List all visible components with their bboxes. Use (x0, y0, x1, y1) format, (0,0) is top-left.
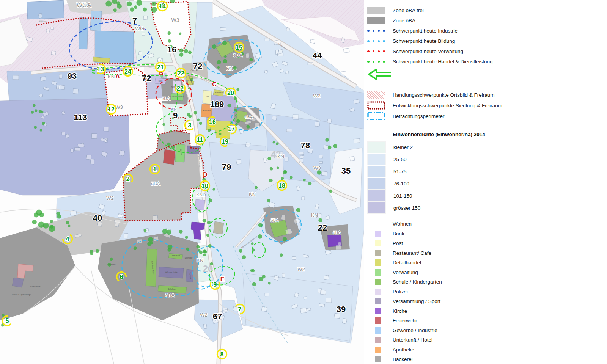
density-number: 78 (301, 141, 310, 150)
letter-marker: C (212, 81, 217, 88)
legend-label: Betrachtungsperimeter (393, 113, 445, 119)
density-number: 113 (74, 113, 87, 122)
faint-number: 20 (203, 264, 213, 274)
legend-facilities: BankPostRestaurant/ CafeDetailhandelVerw… (364, 229, 607, 364)
legend-facility-row: Verwaltung (364, 268, 607, 278)
density-number: 67 (213, 312, 222, 321)
facility-swatch (375, 240, 381, 246)
legend-density-row: kleiner 2 (364, 141, 607, 153)
legend-label: grösser 150 (393, 205, 420, 211)
legend-facility-row: Bank (364, 229, 607, 239)
marker-number: 7 (238, 306, 242, 312)
legend-arrow-row (364, 67, 607, 83)
building-name: Gemeindekanzlei (170, 96, 184, 98)
legend-label: Schule / Kindergarten (393, 279, 442, 285)
building-name: Schulhaus (172, 255, 180, 257)
zone-code: KND (196, 192, 206, 198)
zone-code: KN (277, 154, 284, 159)
facility-swatch (375, 337, 381, 343)
legend-label: 25-50 (393, 157, 407, 162)
building-name: Käsiladen (215, 92, 223, 94)
legend-facility-row: Polizei (364, 287, 607, 297)
facility-header: Wohnen (393, 221, 412, 227)
legend-label: Gewerbe / Industrie (393, 328, 437, 333)
legend-facility-row: Versammlung / Sport (364, 297, 607, 306)
legend-label: Zone öBA (393, 18, 415, 24)
marker-number: 13 (97, 66, 104, 72)
legend-facility-row: Bäckerei (364, 355, 607, 364)
planning-map: 716937272113189944787935402267392043WGAW… (0, 0, 364, 364)
legend-label: Schwerpunkt heute Verwaltung (393, 49, 463, 54)
legend-label: Feuerwehr (393, 318, 417, 323)
density-number: 79 (222, 162, 231, 172)
zone-code: W2 (313, 93, 321, 99)
facility-swatch (375, 259, 381, 266)
legend-outline-row: Entwicklungsschwerpunkte Siedlung & Frei… (364, 100, 607, 111)
zone-code: öBA (165, 292, 175, 298)
zone-swatch (367, 17, 385, 24)
legend-outline-row: Handlungsschwerpunkte Ortsbild & Freirau… (364, 89, 607, 100)
legend-facility-row: Unterkunft / Hotel (364, 335, 607, 345)
legend-dot-row: Schwerpunkt heute Industrie (364, 26, 607, 36)
legend-label: Post (393, 240, 403, 246)
building-name: Volleyballplatz (30, 286, 41, 287)
legend-label: Detailhandel (393, 260, 421, 265)
density-number: 16 (167, 45, 176, 54)
zone-code: öBA (151, 181, 160, 187)
zone-code: KN (197, 257, 203, 263)
legend-facility-row: Feuerwehr (364, 316, 607, 326)
marker-number: 4 (66, 236, 69, 242)
marker-number: 24 (124, 68, 131, 75)
density-swatch (367, 178, 386, 190)
empty-swatch (375, 221, 381, 227)
schule-building (146, 249, 157, 287)
zone-code: KN (108, 74, 115, 80)
green-arrow-icon (367, 67, 393, 82)
zone-code: WG (135, 25, 144, 31)
legend-label: Polizei (393, 289, 408, 295)
legend-label: kleiner 2 (393, 144, 413, 150)
facility-swatch (375, 356, 381, 362)
facility-swatch (375, 308, 381, 314)
density-number: 35 (341, 166, 351, 176)
building-name: Schulhaus (168, 288, 176, 290)
legend-density-row: grösser 150 (364, 202, 607, 214)
screenshot: 716937272113189944787935402267392043WGAW… (0, 0, 607, 364)
legend-facility-row: Detailhandel (364, 258, 607, 268)
legend-label: Restaurant/ Cafe (393, 250, 431, 256)
facility-swatch (375, 231, 381, 237)
facility-header-row: Wohnen (364, 219, 607, 229)
zone-code: KN (226, 66, 233, 71)
marker-number: 8 (220, 351, 224, 358)
building-name: Tennis- u. Squashanlage (12, 294, 31, 296)
marker-number: 9 (214, 281, 217, 288)
legend-zone-row: Zone öBA frei (364, 5, 607, 16)
legend-label: Schwerpunkt heute Bildung (393, 38, 455, 44)
zone-code: W2 (297, 267, 305, 272)
marker-number: 2 (126, 176, 130, 182)
legend-label: Zone öBA frei (393, 8, 424, 13)
legend-panel: Zone öBA freiZone öBA Schwerpunkt heute … (364, 0, 607, 364)
zone-code: KN (311, 212, 318, 218)
zone-code: W2 (200, 312, 208, 318)
zone-code: öBA (162, 96, 170, 102)
legend-density-row: 101-150 (364, 190, 607, 202)
facility-swatch (375, 289, 381, 295)
legend-dots: Schwerpunkt heute IndustrieSchwerpunkt h… (364, 26, 607, 67)
legend-label: Versammlung / Sport (393, 298, 440, 304)
dot-swatch (367, 50, 385, 53)
legend-label: Handlungsschwerpunkte Ortsbild & Freirau… (393, 92, 495, 98)
marker-number: 6 (120, 274, 123, 280)
density-swatch (367, 190, 386, 202)
zone-code: W3 (313, 165, 321, 171)
zone-code: W2 (106, 195, 114, 201)
legend-label: Apotheke (393, 347, 414, 353)
marker-number: 15 (236, 44, 242, 51)
legend-label: Schwerpunkt heute Handel & Dienstleistun… (393, 59, 492, 64)
legend-label: Verwaltung (393, 270, 418, 275)
zone-code: öBA (333, 230, 341, 235)
facility-swatch (375, 250, 381, 256)
facility-swatch (375, 298, 381, 304)
marker-number: 20 (227, 90, 234, 96)
dot-swatch (367, 40, 385, 42)
